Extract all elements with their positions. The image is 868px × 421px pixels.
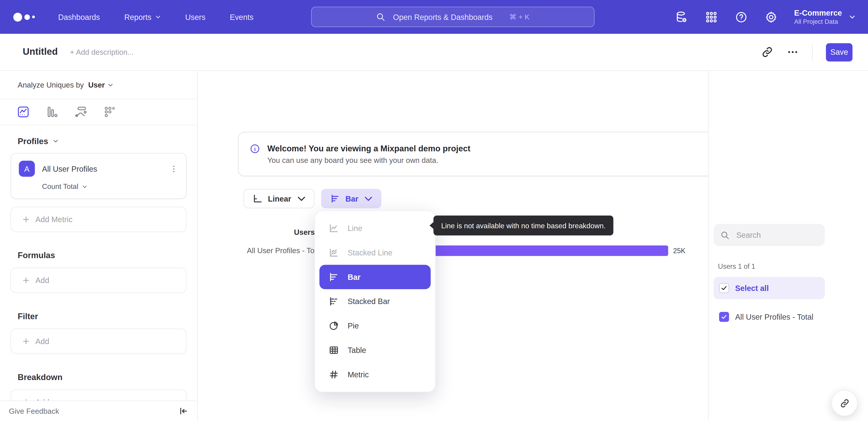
menu-item-label: Metric (348, 370, 369, 379)
linear-scale-icon (252, 193, 263, 204)
scale-dropdown[interactable]: Linear (244, 189, 315, 208)
aggregation-dropdown[interactable]: Count Total (42, 183, 178, 191)
series-count: Users 1 of 1 (718, 263, 755, 270)
link-icon (839, 398, 849, 408)
disabled-option-tooltip: Line is not available with no time based… (434, 216, 614, 235)
add-filter-button[interactable]: Add (11, 329, 187, 354)
nav-item-dashboards[interactable]: Dashboards (58, 12, 100, 21)
plus-icon (22, 337, 30, 345)
series-search[interactable] (714, 224, 825, 246)
profiles-label: Profiles (18, 136, 48, 146)
stacked-line-chart-icon (328, 247, 339, 258)
tab-flows[interactable] (74, 105, 88, 118)
chevron-down-icon (82, 184, 87, 189)
menu-item-stacked-bar[interactable]: Stacked Bar (315, 289, 435, 313)
menu-item-metric[interactable]: Metric (315, 362, 435, 387)
give-feedback-link[interactable]: Give Feedback (9, 407, 59, 415)
data-management-icon[interactable] (675, 10, 688, 24)
global-search[interactable]: ⌘ + K (311, 6, 594, 27)
formulas-section-heading: Formulas (18, 250, 197, 260)
menu-item-label: Table (348, 346, 366, 355)
query-builder-sidebar: Analyze Uniques by User Profiles A All U… (0, 71, 197, 421)
stacked-bar-chart-icon (328, 296, 339, 307)
share-link-fab[interactable] (831, 390, 857, 416)
project-switcher[interactable]: E-Commerce All Project Data (794, 8, 856, 26)
menu-item-pie[interactable]: Pie (315, 313, 435, 338)
info-icon (250, 143, 260, 154)
chart-type-dropdown[interactable]: Bar (321, 189, 381, 208)
report-toolbar: Untitled + Add description... Save (0, 34, 868, 71)
series-row[interactable]: All User Profiles - Total (714, 306, 825, 328)
menu-item-label: Line (348, 224, 362, 232)
project-subtitle: All Project Data (794, 18, 842, 25)
global-search-input[interactable] (392, 12, 505, 22)
collapse-sidebar-icon[interactable] (178, 406, 188, 416)
chart-type-label: Bar (345, 194, 358, 203)
nav-item-reports[interactable]: Reports (124, 12, 161, 21)
copy-link-icon[interactable] (761, 46, 773, 58)
top-nav: Dashboards Reports Users Events ⌘ + K E-… (0, 0, 868, 34)
series-search-input[interactable] (735, 230, 815, 240)
chevron-down-icon (363, 193, 374, 204)
add-filter-label: Add (35, 337, 49, 346)
select-all-label: Select all (735, 284, 769, 292)
breakdown-section-heading: Breakdown (18, 372, 197, 382)
check-icon (721, 313, 727, 320)
project-name: E-Commerce (794, 8, 842, 18)
metric-more-icon[interactable] (169, 164, 178, 173)
menu-item-line[interactable]: Line (315, 216, 435, 241)
tab-retention[interactable] (103, 105, 116, 118)
menu-item-table[interactable]: Table (315, 338, 435, 362)
formulas-label: Formulas (18, 250, 55, 260)
metric-card[interactable]: A All User Profiles Count Total (11, 153, 187, 199)
apps-grid-icon[interactable] (705, 10, 718, 24)
menu-item-stacked-line[interactable]: Stacked Line (315, 241, 435, 265)
menu-item-label: Stacked Line (348, 248, 393, 257)
bar-chart-icon (330, 193, 341, 204)
tab-funnels[interactable] (45, 105, 59, 118)
add-metric-label: Add Metric (35, 215, 72, 224)
series-checkbox[interactable] (719, 312, 729, 322)
analyze-label: Analyze Uniques by (18, 81, 84, 89)
select-all-row[interactable]: Select all (714, 277, 825, 299)
filter-section-heading: Filter (18, 311, 197, 321)
sidebar-footer: Give Feedback (0, 401, 197, 421)
banner-subtitle: You can use any board you see with your … (268, 156, 470, 165)
nav-right-cluster: E-Commerce All Project Data (675, 8, 856, 26)
report-type-tabs (0, 99, 197, 125)
tab-insights[interactable] (17, 105, 30, 118)
more-options-icon[interactable] (786, 46, 799, 58)
menu-item-label: Stacked Bar (348, 297, 390, 306)
nav-item-events[interactable]: Events (230, 12, 254, 21)
add-formula-label: Add (35, 276, 49, 285)
metric-letter-badge: A (19, 161, 35, 177)
add-formula-button[interactable]: Add (11, 268, 187, 293)
aggregation-value: Count Total (42, 183, 78, 191)
check-icon (721, 285, 727, 291)
chevron-down-icon (53, 138, 59, 144)
series-panel: Users 1 of 1 Select all All User Profile… (708, 71, 868, 421)
chevron-down-icon (848, 13, 856, 21)
help-icon[interactable] (735, 10, 748, 24)
settings-gear-icon[interactable] (764, 10, 778, 24)
chart-controls: Linear Bar (244, 189, 382, 208)
search-icon (720, 230, 730, 240)
profiles-section-heading[interactable]: Profiles (18, 136, 197, 146)
chart-bar-value: 25K (673, 247, 685, 255)
mixpanel-logo-icon[interactable] (13, 12, 35, 21)
chevron-down-icon (107, 82, 114, 88)
table-icon (328, 344, 339, 356)
menu-item-bar[interactable]: Bar (319, 265, 431, 289)
nav-item-label: Dashboards (58, 12, 100, 21)
analyze-entity-value: User (88, 81, 105, 89)
add-description[interactable]: + Add description... (70, 48, 133, 56)
toolbar-divider (812, 44, 813, 60)
analyze-entity-dropdown[interactable]: User (88, 81, 114, 89)
nav-item-users[interactable]: Users (185, 12, 206, 21)
select-all-checkbox[interactable] (719, 283, 729, 293)
report-title[interactable]: Untitled (23, 47, 58, 58)
chevron-down-icon (296, 193, 307, 204)
chart-row-label: All User Profiles - Total (247, 247, 322, 255)
add-metric-button[interactable]: Add Metric (11, 206, 187, 232)
save-button[interactable]: Save (826, 43, 852, 61)
